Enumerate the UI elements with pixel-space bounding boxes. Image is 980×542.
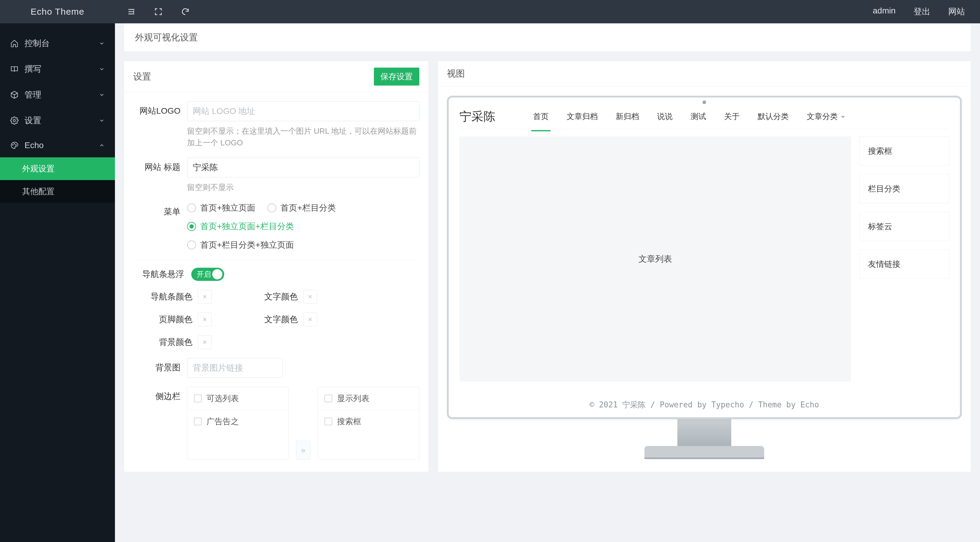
brand-title: Echo Theme — [0, 6, 115, 17]
title-hint: 留空则不显示 — [187, 182, 419, 193]
logout-link[interactable]: 登出 — [913, 6, 930, 17]
sidebar-item-console[interactable]: 控制台 — [0, 30, 115, 56]
navcolor-swatch[interactable]: × — [198, 290, 212, 304]
svg-point-1 — [13, 144, 13, 145]
preview-menu-item[interactable]: 测试 — [689, 106, 708, 127]
chevron-up-icon — [99, 143, 105, 148]
menu-radio-2[interactable]: 首页+栏目分类 — [267, 202, 336, 214]
sidebar-item-settings[interactable]: 设置 — [0, 108, 115, 133]
breadcrumb: 外观可视化设置 — [124, 23, 971, 52]
cube-icon — [10, 90, 19, 99]
home-icon — [10, 39, 19, 48]
preview-widget: 标签云 — [859, 212, 949, 241]
sidebar-cfg-label: 侧边栏 — [133, 387, 187, 402]
preview-widget: 栏目分类 — [859, 174, 949, 203]
checks-left: 可选列表 广告告之 — [187, 387, 289, 460]
navfloat-label: 导航条悬浮 — [142, 269, 184, 280]
menu-radio-1[interactable]: 首页+独立页面 — [187, 202, 255, 214]
monitor-stand — [447, 419, 962, 459]
preview-footer: © 2021 宁采陈 / Powered by Typecho / Theme … — [460, 399, 949, 410]
chevron-down-icon — [99, 40, 105, 46]
switch-knob — [212, 269, 223, 279]
textcolor-label: 文字颜色 — [248, 291, 298, 303]
title-label: 网站 标题 — [133, 158, 187, 173]
settings-title: 设置 — [133, 71, 151, 83]
preview-menu-item[interactable]: 文章归档 — [565, 106, 600, 127]
svg-point-0 — [13, 120, 16, 122]
sidebar-item-label: 管理 — [25, 89, 41, 100]
preview-main-area: 文章列表 — [460, 136, 851, 382]
logo-input[interactable] — [187, 101, 419, 121]
chevron-down-icon — [99, 66, 105, 72]
preview-sidebar: 搜索框 栏目分类 标签云 友情链接 — [859, 136, 949, 382]
menu-radio-4[interactable]: 首页+栏目分类+独立页面 — [187, 239, 419, 250]
bgimg-label: 背景图 — [133, 358, 187, 373]
checks-right: 显示列表 搜索框 — [318, 387, 419, 460]
chevron-down-icon — [840, 114, 846, 119]
sidebar-sub-other[interactable]: 其他配置 — [0, 180, 115, 203]
save-button[interactable]: 保存设置 — [374, 68, 419, 86]
sidebar-item-write[interactable]: 撰写 — [0, 56, 115, 82]
site-link[interactable]: 网站 — [948, 6, 965, 17]
sidebar-item-label: 设置 — [25, 115, 41, 126]
palette-icon — [10, 141, 19, 149]
preview-menu-item[interactable]: 说说 — [655, 106, 675, 127]
navfloat-switch[interactable]: 开启 — [191, 268, 224, 281]
check-item[interactable]: 广告告之 — [188, 410, 288, 433]
admin-link[interactable]: admin — [873, 6, 896, 17]
sidebar-item-label: 控制台 — [25, 38, 50, 49]
textcolor2-label: 文字颜色 — [248, 314, 298, 325]
top-right-links: admin 登出 网站 — [873, 6, 980, 17]
refresh-icon[interactable] — [181, 7, 190, 16]
textcolor-swatch[interactable]: × — [303, 290, 317, 304]
preview-nav: 宁采陈 首页 文章归档 新归档 说说 测试 关于 默认分类 — [460, 108, 949, 129]
preview-menu-item[interactable]: 关于 — [722, 106, 741, 127]
check-item[interactable]: 搜索框 — [318, 410, 419, 433]
footercolor-swatch[interactable]: × — [198, 312, 212, 326]
svg-point-3 — [16, 144, 16, 145]
main-content: 外观可视化设置 设置 保存设置 网站LOGO 留空则不显示；在这里填入一个图片 … — [115, 23, 980, 542]
menu-radio-3[interactable]: 首页+独立页面+栏目分类 — [187, 221, 419, 232]
navcolor-label: 导航条颜色 — [142, 291, 192, 303]
preview-widget: 搜索框 — [859, 136, 949, 166]
preview-site-title: 宁采陈 — [460, 108, 495, 125]
collapse-menu-icon[interactable] — [127, 7, 136, 16]
check-item[interactable]: 显示列表 — [318, 387, 419, 410]
bgimg-input[interactable] — [187, 358, 283, 378]
preview-menu-item[interactable]: 默认分类 — [756, 106, 791, 127]
top-actions — [115, 7, 873, 16]
bgcolor-swatch[interactable]: × — [198, 335, 212, 349]
transfer-arrow[interactable]: » — [296, 441, 310, 460]
preview-widget: 友情链接 — [859, 249, 949, 279]
bgcolor-label: 背景颜色 — [142, 336, 192, 348]
chevron-down-icon — [99, 92, 105, 98]
check-item[interactable]: 可选列表 — [188, 387, 288, 410]
title-input[interactable] — [187, 158, 419, 177]
chevron-down-icon — [99, 117, 105, 124]
camera-dot — [703, 100, 706, 104]
svg-point-2 — [14, 144, 15, 144]
sidebar-sub-appearance[interactable]: 外观设置 — [0, 157, 115, 180]
preview-menu-item[interactable]: 首页 — [531, 106, 550, 127]
textcolor2-swatch[interactable]: × — [303, 312, 317, 326]
logo-hint: 留空则不显示；在这里填入一个图片 URL 地址，可以在网站标题前加上一个 LOG… — [187, 125, 419, 149]
gear-icon — [10, 116, 19, 125]
book-icon — [10, 65, 19, 73]
fullscreen-icon[interactable] — [154, 7, 163, 16]
topbar: Echo Theme admin 登出 网站 — [0, 0, 980, 23]
divider — [133, 260, 419, 260]
logo-label: 网站LOGO — [133, 101, 187, 117]
preview-menu-dropdown[interactable]: 文章分类 — [805, 106, 847, 127]
settings-panel: 设置 保存设置 网站LOGO 留空则不显示；在这里填入一个图片 URL 地址，可… — [124, 61, 429, 472]
sidebar-item-label: Echo — [25, 141, 44, 150]
sidebar-item-label: 撰写 — [25, 63, 41, 75]
menu-label: 菜单 — [133, 202, 187, 217]
view-panel: 视图 宁采陈 首页 文章归档 — [438, 61, 971, 472]
sidebar-item-echo[interactable]: Echo — [0, 133, 115, 157]
sidebar: 控制台 撰写 管理 设置 — [0, 23, 115, 542]
preview-menu-item[interactable]: 新归档 — [614, 106, 641, 127]
preview-monitor: 宁采陈 首页 文章归档 新归档 说说 测试 关于 默认分类 — [447, 96, 962, 459]
view-title: 视图 — [447, 68, 465, 80]
sidebar-item-manage[interactable]: 管理 — [0, 82, 115, 108]
preview-main-text: 文章列表 — [638, 254, 672, 265]
